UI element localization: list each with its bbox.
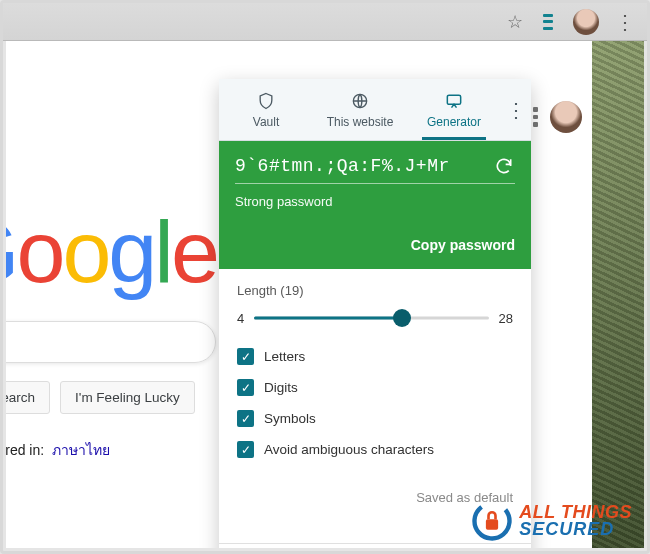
google-search-button[interactable]: e Search	[6, 381, 50, 414]
length-label: Length (19)	[237, 283, 513, 298]
extension-icon[interactable]	[539, 13, 557, 31]
language-link[interactable]: ภาษาไทย	[52, 442, 110, 458]
option-symbols[interactable]: ✓ Symbols	[237, 410, 513, 427]
option-letters[interactable]: ✓ Letters	[237, 348, 513, 365]
shield-icon	[256, 91, 276, 111]
tab-vault[interactable]: Vault	[219, 79, 313, 140]
slider-thumb[interactable]	[393, 309, 411, 327]
desktop-background-strip	[592, 41, 644, 548]
tab-label: This website	[327, 115, 394, 129]
lock-icon	[471, 500, 513, 542]
refresh-icon	[494, 156, 514, 176]
google-account-avatar[interactable]	[550, 101, 582, 133]
regenerate-button[interactable]	[493, 155, 515, 177]
chat-icon	[444, 91, 464, 111]
feeling-lucky-button[interactable]: I'm Feeling Lucky	[60, 381, 195, 414]
slider-max: 28	[499, 311, 513, 326]
popup-tabs: Vault This website Generator ⋮	[219, 79, 531, 141]
profile-avatar-small[interactable]	[573, 9, 599, 35]
option-label: Digits	[264, 380, 298, 395]
browser-toolbar: ☆ ⋮	[3, 3, 647, 41]
google-logo: Google	[6, 201, 217, 303]
search-input[interactable]	[6, 321, 216, 363]
watermark-line2: SECURED	[519, 521, 632, 538]
svg-rect-3	[486, 519, 498, 530]
popup-menu-icon[interactable]: ⋮	[501, 79, 531, 140]
account-footer[interactable]: josh@ g——————— ▲	[219, 543, 531, 548]
tab-this-website[interactable]: This website	[313, 79, 407, 140]
length-slider[interactable]	[254, 308, 488, 328]
option-label: Symbols	[264, 411, 316, 426]
bookmark-star-icon[interactable]: ☆	[507, 11, 523, 33]
option-label: Avoid ambiguous characters	[264, 442, 434, 457]
password-panel: 9`6#tmn.;Qa:F%.J+Mr Strong password Copy…	[219, 141, 531, 269]
globe-icon	[350, 91, 370, 111]
generated-password: 9`6#tmn.;Qa:F%.J+Mr	[235, 156, 450, 176]
page-content: Google e Search I'm Feeling Lucky oogle …	[6, 41, 644, 548]
watermark: ALL THINGS SECURED	[471, 500, 632, 542]
password-manager-popup: Vault This website Generator ⋮ 9`6#tmn.;…	[219, 79, 531, 548]
checkbox-checked-icon: ✓	[237, 441, 254, 458]
checkbox-checked-icon: ✓	[237, 410, 254, 427]
option-digits[interactable]: ✓ Digits	[237, 379, 513, 396]
google-homepage: Google e Search I'm Feeling Lucky oogle …	[6, 41, 226, 548]
option-label: Letters	[264, 349, 305, 364]
option-ambiguous[interactable]: ✓ Avoid ambiguous characters	[237, 441, 513, 458]
tab-label: Generator	[427, 115, 481, 129]
tab-generator[interactable]: Generator	[407, 79, 501, 140]
slider-min: 4	[237, 311, 244, 326]
checkbox-checked-icon: ✓	[237, 348, 254, 365]
copy-password-button[interactable]: Copy password	[411, 237, 515, 253]
tab-label: Vault	[253, 115, 279, 129]
offered-in-text: oogle offered in: ภาษาไทย	[6, 439, 110, 461]
password-strength: Strong password	[235, 194, 515, 209]
checkbox-checked-icon: ✓	[237, 379, 254, 396]
